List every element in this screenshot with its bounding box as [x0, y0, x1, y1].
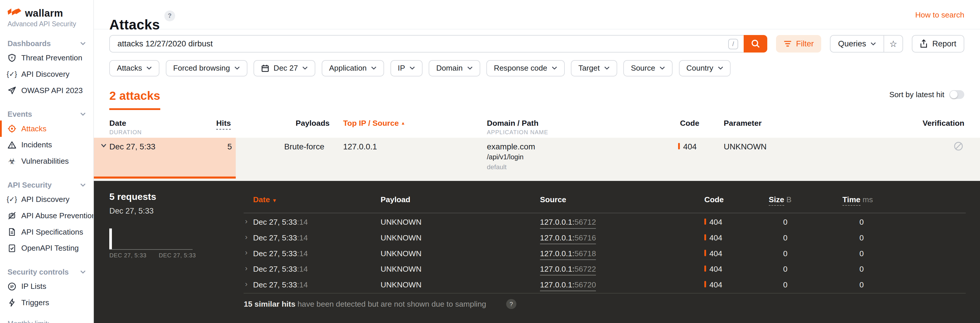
- sort-asc-icon: ▲: [401, 120, 405, 125]
- chevron-down-icon: [146, 66, 152, 70]
- request-row[interactable]: › Dec 27, 5:33:14 UNKNOWN 127.0.0.1:5672…: [94, 280, 980, 296]
- request-source-link[interactable]: 127.0.0.1:56720: [540, 280, 596, 291]
- footer-divider: [243, 293, 966, 294]
- target-icon: [8, 124, 16, 133]
- sidebar-item-vulnerabilities[interactable]: ☣ Vulnerabilities: [0, 153, 93, 169]
- request-time: 0: [832, 217, 864, 227]
- request-row[interactable]: › Dec 27, 5:33:14 UNKNOWN 127.0.0.1:5671…: [94, 233, 980, 249]
- search-button[interactable]: [744, 35, 767, 53]
- attack-count: 2 attacks: [109, 89, 160, 110]
- attack-date: Dec 27, 5:33: [109, 142, 155, 152]
- chip-attack-type[interactable]: Forced browsing: [166, 60, 247, 77]
- chevron-right-icon[interactable]: ›: [245, 233, 248, 241]
- sidebar-item-attacks[interactable]: Attacks: [0, 120, 93, 137]
- chevron-right-icon[interactable]: ›: [245, 217, 248, 225]
- chevron-down-icon: [552, 66, 557, 70]
- col-code: Code: [680, 119, 699, 128]
- logo-text: wallarm: [25, 8, 63, 19]
- logo-subtitle: Advanced API Security: [0, 19, 93, 28]
- sidebar-item-api-discovery-2[interactable]: {✓} API Discovery: [0, 192, 93, 208]
- request-source-link[interactable]: 127.0.0.1:56716: [540, 233, 596, 244]
- sidebar: wallarm Advanced API Security Dashboards…: [0, 0, 94, 323]
- chip-source[interactable]: Source: [623, 60, 673, 77]
- attack-domain: example.com: [487, 142, 535, 152]
- favorite-star-button[interactable]: ☆: [883, 35, 902, 52]
- request-size: 0: [756, 280, 788, 289]
- col-duration: DURATION: [109, 129, 142, 136]
- request-row[interactable]: › Dec 27, 5:33:14 UNKNOWN 127.0.0.1:5672…: [94, 265, 980, 280]
- sidebar-item-triggers[interactable]: Triggers: [0, 294, 93, 311]
- request-payload: UNKNOWN: [380, 233, 422, 243]
- chip-country[interactable]: Country: [679, 60, 731, 77]
- col-parameter: Parameter: [724, 119, 762, 128]
- col-date: Date: [109, 119, 126, 128]
- sidebar-item-incidents[interactable]: Incidents: [0, 137, 93, 153]
- chevron-down-icon: [718, 66, 723, 70]
- attack-row[interactable]: Dec 27, 5:33 5 Brute-force 127.0.0.1 exa…: [94, 138, 980, 181]
- paper-plane-icon: [8, 86, 16, 95]
- help-icon[interactable]: ?: [164, 11, 175, 21]
- warning-icon: [8, 141, 16, 149]
- chip-attacks[interactable]: Attacks: [109, 60, 159, 77]
- queries-dropdown[interactable]: Queries: [830, 35, 883, 52]
- chevron-down-icon: [80, 183, 86, 187]
- sidebar-item-api-specifications[interactable]: API Specifications: [0, 224, 93, 240]
- chip-target[interactable]: Target: [571, 60, 617, 77]
- chevron-expanded-icon[interactable]: [100, 143, 107, 148]
- chevron-right-icon[interactable]: ›: [245, 248, 248, 257]
- sidebar-item-api-abuse-prevention[interactable]: API Abuse Prevention: [0, 208, 93, 224]
- main-content: Attacks ? How to search / Filter Queries: [94, 0, 980, 323]
- request-source-link[interactable]: 127.0.0.1:56712: [540, 217, 596, 229]
- chevron-right-icon[interactable]: ›: [245, 264, 248, 272]
- requests-count: 5 requests: [109, 192, 156, 202]
- section-header-events[interactable]: Events: [0, 108, 93, 120]
- chip-ip[interactable]: IP: [390, 60, 423, 77]
- sort-toggle[interactable]: [950, 90, 964, 99]
- report-button[interactable]: Report: [912, 35, 964, 53]
- document-icon: [8, 228, 16, 236]
- svg-text:IP: IP: [10, 285, 13, 289]
- req-col-size[interactable]: Size B: [769, 195, 791, 204]
- col-hits[interactable]: Hits: [216, 119, 231, 128]
- section-header-api-security[interactable]: API Security: [0, 179, 93, 192]
- not-verified-icon: [954, 142, 963, 151]
- braces-check-icon: {✓}: [8, 195, 16, 204]
- sidebar-section-dashboards: Dashboards Threat Prevention {✓} API Dis…: [0, 37, 93, 99]
- col-top-ip-source[interactable]: Top IP / Source ▲: [343, 119, 405, 128]
- request-details-panel: 5 requests Dec 27, 5:33 DEC 27, 5:33 DEC…: [94, 181, 980, 323]
- request-code: 404: [704, 280, 722, 289]
- wallarm-logo[interactable]: wallarm: [0, 0, 93, 19]
- search-input[interactable]: [110, 35, 744, 52]
- sort-desc-icon: ▼: [272, 198, 277, 203]
- section-header-security-controls[interactable]: Security controls: [0, 266, 93, 278]
- section-header-dashboards[interactable]: Dashboards: [0, 37, 93, 50]
- sidebar-item-api-discovery[interactable]: {✓} API Discovery: [0, 66, 93, 83]
- chip-date[interactable]: Dec 27: [253, 60, 315, 77]
- page-title: Attacks: [109, 17, 160, 33]
- chip-response-code[interactable]: Response code: [486, 60, 565, 77]
- request-row[interactable]: › Dec 27, 5:33:14 UNKNOWN 127.0.0.1:5671…: [94, 249, 980, 265]
- sidebar-section-events: Events Attacks Incidents ☣ Vulnerabiliti…: [0, 108, 93, 169]
- request-row[interactable]: › Dec 27, 5:33:14 UNKNOWN 127.0.0.1:5671…: [94, 217, 980, 233]
- sidebar-item-openapi-testing[interactable]: OpenAPI Testing: [0, 240, 93, 256]
- search-icon: [751, 39, 760, 48]
- request-source-link[interactable]: 127.0.0.1:56718: [540, 249, 596, 260]
- req-col-time[interactable]: Time ms: [842, 195, 873, 204]
- export-icon: [920, 39, 928, 48]
- slash-shortcut-badge: /: [728, 39, 738, 49]
- sidebar-item-owasp-api-2023[interactable]: OWASP API 2023: [0, 83, 93, 99]
- sidebar-item-ip-lists[interactable]: IP IP Lists: [0, 278, 93, 295]
- chevron-down-icon: [80, 42, 86, 46]
- sidebar-item-threat-prevention[interactable]: Threat Prevention: [0, 50, 93, 66]
- request-source-link[interactable]: 127.0.0.1:56722: [540, 265, 596, 275]
- chip-domain[interactable]: Domain: [429, 60, 480, 77]
- shield-bolt-icon: [8, 54, 16, 62]
- results-bar: 2 attacks Sort by latest hit: [109, 89, 964, 115]
- how-to-search-link[interactable]: How to search: [915, 11, 964, 19]
- sampling-help-icon[interactable]: ?: [506, 299, 516, 309]
- filter-button[interactable]: Filter: [776, 35, 821, 53]
- chevron-right-icon[interactable]: ›: [245, 280, 248, 288]
- sort-label: Sort by latest hit: [889, 90, 945, 99]
- chip-application[interactable]: Application: [322, 60, 384, 77]
- req-col-date[interactable]: Date ▼: [253, 195, 277, 204]
